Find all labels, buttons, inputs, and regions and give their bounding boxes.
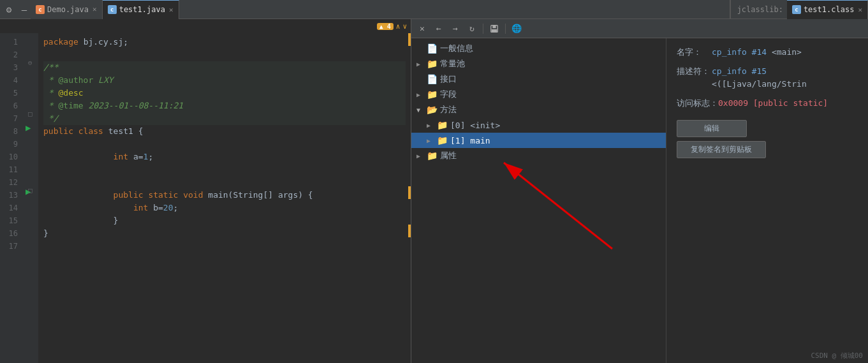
edit-button[interactable]: 编辑 — [677, 120, 747, 137]
tree-label-fields: 字段 — [440, 89, 457, 100]
tree-item-attributes[interactable]: ▶ 📁 属性 — [411, 148, 666, 163]
tab-bar-left: ⚙ — c Demo.java ✕ c test1.java ✕ — [0, 0, 730, 19]
tree-item-fields[interactable]: ▶ 📁 字段 — [411, 87, 666, 102]
jclasslib-label: jclasslib: — [733, 5, 787, 14]
line-num-7: 7 — [0, 112, 22, 125]
jclass-body: 📄 一般信息 ▶ 📁 常量池 📄 接口 ▶ — [411, 38, 868, 363]
fold-13[interactable]: □ — [28, 186, 33, 195]
minimize-icon[interactable]: — — [18, 0, 31, 19]
code-panel: ▲ 4 ∧ ∨ 1 2 3 4 5 6 7 8 9 10 11 12 13 14 — [0, 19, 411, 363]
line-num-11: 11 — [0, 163, 22, 176]
tree-label-init: [0] <init> — [450, 121, 500, 130]
fold-3[interactable]: ⊖ — [28, 59, 33, 67]
prop-name-label: 名字： — [677, 46, 712, 59]
tab-demo-close[interactable]: ✕ — [92, 5, 97, 13]
line-num-15: 15 — [0, 214, 22, 227]
code-line-17 — [43, 240, 406, 253]
globe-btn[interactable]: 🌐 — [510, 22, 524, 36]
tab-test1-java[interactable]: c test1.java ✕ — [103, 0, 179, 19]
tree-item-constpool[interactable]: ▶ 📁 常量池 — [411, 56, 666, 71]
page-icon-general: 📄 — [427, 43, 438, 54]
test1class-icon: c — [792, 5, 801, 14]
line-num-8: 8 — [0, 125, 22, 138]
line-num-5: 5 — [0, 87, 22, 100]
line-num-14: 14 — [0, 202, 22, 214]
folder-icon-methods: 📂 — [427, 105, 438, 115]
fold-8[interactable]: □ — [28, 110, 33, 118]
code-line-15: } — [43, 214, 406, 227]
settings-icon[interactable]: ⚙ — [0, 0, 18, 19]
tree-label-interface: 接口 — [440, 73, 457, 85]
toolbar-divider-1 — [483, 24, 483, 34]
code-line-10: int a=1; — [43, 151, 406, 163]
code-line-5: * @desc — [43, 87, 406, 100]
code-line-3: /** — [43, 61, 406, 74]
tree-label-main: [1] main — [450, 136, 490, 145]
yellow-marker-3 — [408, 225, 411, 237]
watermark: CSDN @ 倾城00 — [811, 351, 863, 360]
tree-item-init[interactable]: ▶ 📁 [0] <init> — [411, 117, 666, 133]
tree-item-methods[interactable]: ▼ 📂 方法 — [411, 102, 666, 117]
tab-test1-label: test1.java — [119, 5, 165, 14]
run-arrow-8[interactable]: ▶ — [26, 122, 31, 133]
prop-row-access: 访问标志： 0x0009 [public static] — [677, 97, 858, 110]
tree-arrow-methods: ▼ — [416, 107, 424, 114]
tab-test1class-close[interactable]: ✕ — [858, 6, 862, 14]
code-content[interactable]: package bj.cy.sj; /** * @author LXY * @d… — [38, 33, 411, 363]
line-numbers: 1 2 3 4 5 6 7 8 9 10 11 12 13 14 15 16 1… — [0, 33, 24, 363]
toolbar-divider-2 — [505, 24, 506, 34]
main-content: ▲ 4 ∧ ∨ 1 2 3 4 5 6 7 8 9 10 11 12 13 14 — [0, 19, 868, 363]
line-num-17: 17 — [0, 240, 22, 253]
page-icon-interface: 📄 — [427, 74, 438, 84]
prop-name-link[interactable]: cp_info #14 — [712, 47, 767, 57]
prop-access-value: 0x0009 [public static] — [718, 97, 858, 110]
back-btn[interactable]: ← — [432, 22, 446, 36]
line-num-12: 12 — [0, 176, 22, 189]
warning-down-btn[interactable]: ∨ — [402, 22, 407, 31]
refresh-btn[interactable]: ↻ — [465, 22, 479, 36]
prop-buttons: 编辑 复制签名到剪贴板 — [677, 120, 858, 158]
tree-arrow-main: ▶ — [427, 137, 434, 144]
tree-item-main[interactable]: ▶ 📁 [1] main — [411, 133, 666, 148]
jclass-panel: ✕ ← → ↻ 🌐 📄 一般 — [411, 19, 868, 363]
svg-rect-1 — [492, 25, 496, 27]
tab-test1-close[interactable]: ✕ — [169, 6, 173, 14]
tree-label-methods: 方法 — [440, 104, 457, 115]
forward-btn[interactable]: → — [448, 22, 462, 36]
svg-rect-2 — [492, 29, 497, 31]
tab-test1class-label: test1.class — [804, 5, 854, 14]
yellow-marker-2 — [408, 186, 411, 199]
code-line-2 — [43, 48, 406, 61]
line-num-6: 6 — [0, 100, 22, 112]
line-num-13: 13 — [0, 189, 22, 202]
prop-access-label: 访问标志： — [677, 97, 718, 110]
test1-java-icon: c — [108, 5, 117, 14]
tab-demo-java[interactable]: c Demo.java ✕ — [31, 0, 103, 19]
gutter: ▶ ▶ ⊖ □ □ — [24, 33, 38, 363]
tree-label-general: 一般信息 — [440, 43, 473, 54]
prop-row-desc: 描述符： cp_info #15 <([Ljava/lang/Strin — [677, 65, 858, 91]
prop-row-name: 名字： cp_info #14 <main> — [677, 46, 858, 59]
tab-bar-right: jclasslib: c test1.class ✕ — [730, 0, 868, 19]
tree-arrow-fields: ▶ — [416, 91, 424, 98]
close-btn[interactable]: ✕ — [415, 22, 429, 36]
tree-arrow-init: ▶ — [427, 122, 434, 129]
code-line-8: public class test1 { — [43, 125, 406, 138]
line-num-16: 16 — [0, 227, 22, 240]
tree-item-interface[interactable]: 📄 接口 — [411, 71, 666, 87]
warning-up-btn[interactable]: ∧ — [396, 22, 401, 31]
tree-panel[interactable]: 📄 一般信息 ▶ 📁 常量池 📄 接口 ▶ — [411, 38, 666, 363]
save-btn[interactable] — [487, 22, 501, 36]
folder-icon-init: 📁 — [437, 120, 448, 130]
demo-java-icon: c — [36, 5, 45, 14]
tree-item-general[interactable]: 📄 一般信息 — [411, 41, 666, 56]
folder-icon-fields: 📁 — [427, 89, 438, 100]
tree-label-constpool: 常量池 — [440, 58, 465, 70]
tab-test1-class[interactable]: c test1.class ✕ — [787, 0, 868, 19]
code-line-7: */ — [43, 112, 406, 125]
copy-sig-button[interactable]: 复制签名到剪贴板 — [677, 141, 766, 158]
prop-desc-link[interactable]: cp_info #15 — [712, 66, 767, 76]
prop-name-text: <main> — [772, 47, 802, 57]
jclass-toolbar: ✕ ← → ↻ 🌐 — [411, 19, 868, 38]
props-panel: 名字： cp_info #14 <main> 描述符： cp_info #15 … — [666, 38, 868, 363]
